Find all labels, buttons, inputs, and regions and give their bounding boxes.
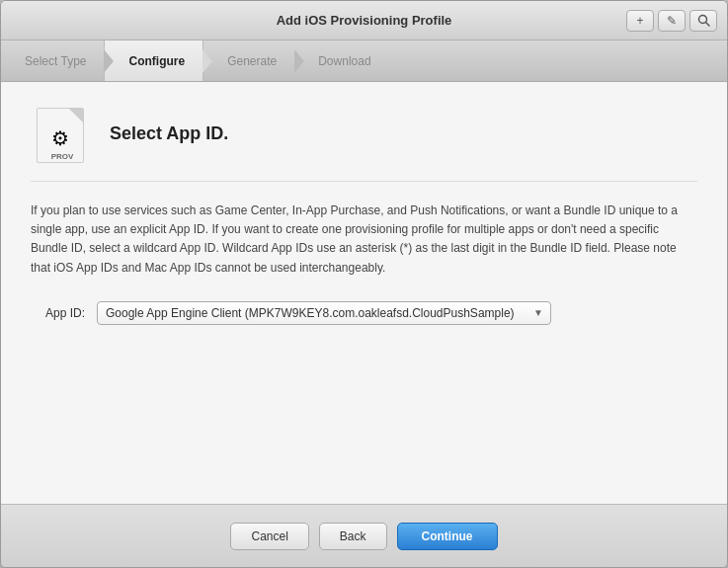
app-id-select[interactable]: Google App Engine Client (MPK7W9KEY8.com… bbox=[97, 301, 551, 325]
content-header: ⚙ PROV Select App ID. bbox=[31, 102, 697, 182]
app-id-select-wrapper: Google App Engine Client (MPK7W9KEY8.com… bbox=[97, 301, 551, 325]
window: Add iOS Provisioning Profile + ✎ Select … bbox=[0, 0, 728, 568]
edit-button[interactable]: ✎ bbox=[658, 10, 686, 32]
svg-line-1 bbox=[705, 23, 709, 27]
window-title: Add iOS Provisioning Profile bbox=[277, 13, 452, 28]
provisioning-profile-icon: ⚙ PROV bbox=[31, 102, 94, 165]
description-text: If you plan to use services such as Game… bbox=[31, 202, 697, 278]
back-button[interactable]: Back bbox=[319, 523, 387, 550]
step-select-type[interactable]: Select Type bbox=[1, 41, 104, 81]
steps-bar: Select Type Configure Generate Download bbox=[1, 41, 727, 82]
bottom-bar: Cancel Back Continue bbox=[1, 504, 727, 567]
add-button[interactable]: + bbox=[626, 10, 654, 32]
section-title: Select App ID. bbox=[110, 123, 228, 144]
app-id-form-row: App ID: Google App Engine Client (MPK7W9… bbox=[31, 301, 697, 325]
search-icon bbox=[697, 14, 710, 27]
main-content: ⚙ PROV Select App ID. If you plan to use… bbox=[1, 82, 727, 504]
step-download[interactable]: Download bbox=[294, 41, 388, 81]
cancel-button[interactable]: Cancel bbox=[230, 523, 308, 550]
title-bar: Add iOS Provisioning Profile + ✎ bbox=[1, 1, 727, 41]
continue-button[interactable]: Continue bbox=[397, 523, 498, 550]
title-bar-buttons: + ✎ bbox=[626, 10, 717, 32]
search-button[interactable] bbox=[689, 10, 717, 32]
step-generate[interactable]: Generate bbox=[203, 41, 294, 81]
step-configure[interactable]: Configure bbox=[104, 41, 203, 81]
app-id-label: App ID: bbox=[31, 306, 85, 320]
